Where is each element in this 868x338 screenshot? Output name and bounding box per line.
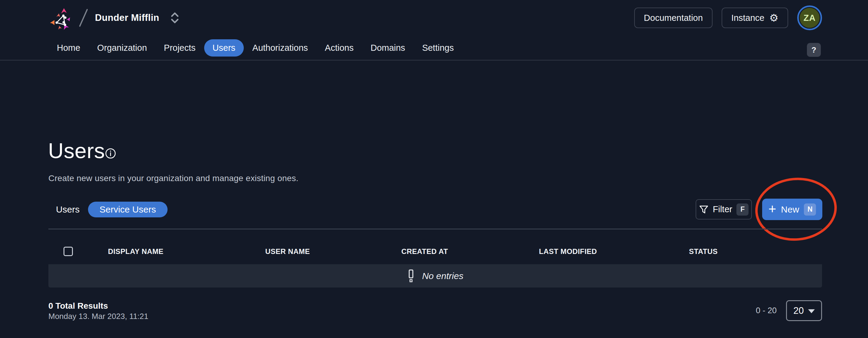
info-icon[interactable] [105, 148, 116, 159]
documentation-button[interactable]: Documentation [634, 7, 713, 28]
nav-item-users[interactable]: Users [204, 39, 244, 57]
page-size-value: 20 [793, 305, 804, 316]
filter-funnel-icon [699, 205, 709, 214]
exclamation-icon [407, 269, 415, 283]
new-button[interactable]: + New N [762, 198, 822, 220]
nav-item-organization[interactable]: Organization [89, 39, 155, 57]
filter-shortcut-badge: F [737, 204, 748, 216]
column-header-created-at[interactable]: CREATED AT [401, 247, 448, 256]
page-subtitle: Create new users in your organization an… [49, 174, 299, 183]
empty-state-text: No entries [422, 271, 464, 281]
nav-item-home[interactable]: Home [49, 39, 89, 57]
nav-item-domains[interactable]: Domains [362, 39, 413, 57]
main-nav: Home Organization Projects Users Authori… [0, 36, 868, 60]
avatar-initials: ZA [800, 8, 819, 28]
nav-item-settings[interactable]: Settings [414, 39, 462, 57]
new-label: New [781, 204, 799, 215]
tab-users[interactable]: Users [56, 202, 80, 217]
top-bar: Dunder Mifflin Documentation Instance ⚙ … [0, 0, 868, 36]
tab-service-users[interactable]: Service Users [88, 202, 167, 217]
nav-item-projects[interactable]: Projects [155, 39, 204, 57]
top-bar-right: Documentation Instance ⚙ ZA [634, 0, 822, 36]
select-all-checkbox[interactable] [63, 247, 73, 256]
total-results: 0 Total Results [49, 301, 108, 311]
page-title: Users [48, 139, 105, 163]
user-avatar[interactable]: ZA [797, 5, 822, 30]
nav-item-authorizations[interactable]: Authorizations [244, 39, 316, 57]
column-header-status[interactable]: STATUS [689, 247, 718, 256]
column-header-display-name[interactable]: DISPLAY NAME [108, 247, 164, 256]
breadcrumb-slash-separator [79, 9, 88, 27]
page-size-select[interactable]: 20 [786, 300, 822, 321]
unfold-chevrons-icon [170, 11, 180, 24]
column-header-user-name[interactable]: USER NAME [265, 247, 310, 256]
toolbar-divider [49, 228, 822, 229]
column-header-last-modified[interactable]: LAST MODIFIED [539, 247, 597, 256]
pagination-range: 0 - 20 [756, 306, 777, 315]
instance-label: Instance [731, 13, 765, 23]
filter-button[interactable]: Filter F [695, 199, 752, 219]
new-shortcut-badge: N [804, 204, 816, 216]
nav-item-actions[interactable]: Actions [316, 39, 362, 57]
main-content: Users Create new users in your organizat… [0, 60, 868, 338]
documentation-label: Documentation [644, 13, 703, 23]
zitadel-logo-icon[interactable] [48, 3, 75, 32]
caret-down-icon [808, 309, 815, 313]
filter-label: Filter [713, 204, 732, 214]
instance-button[interactable]: Instance ⚙ [722, 7, 788, 28]
org-switcher-button[interactable] [170, 11, 180, 24]
org-name[interactable]: Dunder Mifflin [95, 12, 159, 23]
help-button[interactable]: ? [807, 43, 821, 57]
gear-icon: ⚙ [769, 13, 778, 23]
top-bar-left: Dunder Mifflin [48, 0, 180, 36]
empty-table-row: No entries [49, 264, 822, 287]
query-timestamp: Monday 13. Mar 2023, 11:21 [49, 312, 149, 321]
